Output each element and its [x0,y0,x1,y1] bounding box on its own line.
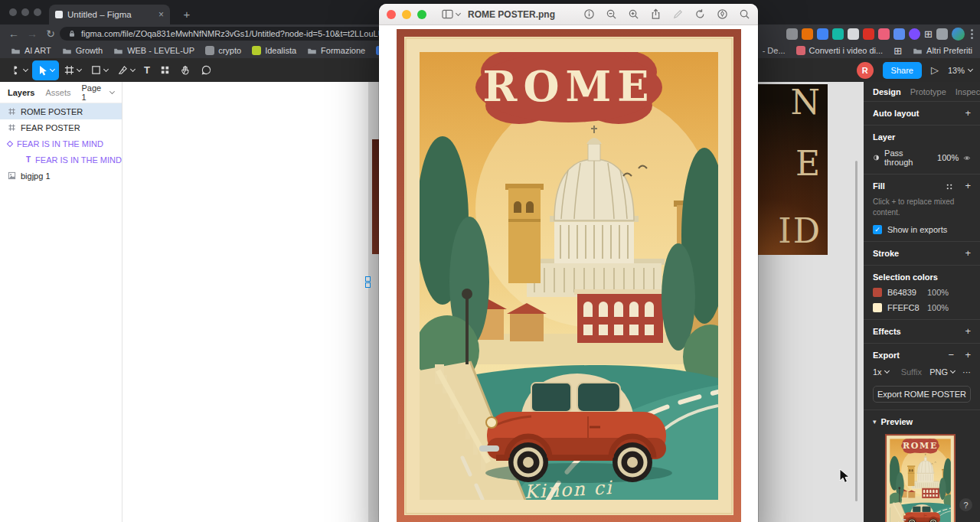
browser-tab[interactable]: Untitled – Figma × [49,5,170,24]
help-button[interactable]: ? [959,498,972,511]
bookmark-item[interactable]: crypto [205,46,241,55]
frame-icon [8,107,16,116]
present-icon[interactable]: ▷ [931,64,939,76]
window-minimize-icon[interactable] [21,8,29,16]
show-in-exports-checkbox[interactable]: ✓ [873,225,882,234]
resources-button[interactable] [155,60,175,80]
frame-tool-button[interactable] [59,60,86,80]
back-icon[interactable]: ← [6,26,21,41]
bookmark-item[interactable]: - De... [763,46,786,55]
rotate-icon[interactable] [694,8,706,20]
layer-row-text[interactable]: T FEAR IS IN THE MIND [0,152,122,168]
styles-icon[interactable] [945,182,954,191]
export-button[interactable]: Export ROME POSTER [873,386,971,403]
shape-tool-button[interactable] [86,60,113,80]
blend-mode-select[interactable]: Pass through [884,148,922,167]
add-fill-icon[interactable]: + [965,180,971,191]
browser-profile-avatar[interactable] [952,28,965,41]
color-swatch[interactable] [873,288,882,297]
bookmark-item[interactable]: Converti i video di... [796,46,884,55]
reload-icon[interactable]: ↻ [43,26,58,41]
export-scale-select[interactable]: 1x [873,367,882,377]
remove-export-icon[interactable]: − [948,349,954,361]
selection-color-row[interactable]: B64839 100% [873,288,971,297]
sidebar-toggle-icon[interactable] [442,9,460,19]
window-close-icon[interactable] [9,8,17,16]
info-icon[interactable] [583,8,595,20]
window-zoom-icon[interactable] [34,8,41,16]
canvas-white-frame[interactable] [122,82,368,522]
user-avatar[interactable]: R [857,62,874,79]
fullscreen-icon[interactable] [417,10,426,19]
layer-row-image[interactable]: bigjpg 1 [0,168,122,184]
tab-design[interactable]: Design [873,87,901,96]
tab-layers[interactable]: Layers [8,88,34,97]
selection-handle[interactable] [365,276,371,282]
selection-color-row[interactable]: FFEFC8 100% [873,303,971,312]
bookmark-item[interactable]: AI ART [11,46,51,56]
layer-row-fear-poster[interactable]: FEAR POSTER [0,119,122,135]
quicklook-window[interactable]: ROME POSTER.png [379,4,758,522]
extension-icon[interactable] [848,28,859,40]
selection-handle[interactable] [365,282,371,288]
text-tool-button[interactable]: T [139,60,155,80]
share-icon[interactable] [650,8,662,20]
markup-toolbox-icon[interactable] [717,8,728,20]
main-menu-button[interactable] [5,60,32,80]
bookmark-item[interactable]: Altri Preferiti [913,46,972,56]
components-grid-icon [159,64,171,76]
extension-icon[interactable] [832,28,844,40]
add-effect-icon[interactable]: + [965,325,971,337]
page-selector[interactable]: Page 1 [82,83,115,102]
export-format-select[interactable]: PNG [929,367,955,377]
extension-icon[interactable] [863,28,874,40]
comment-tool-button[interactable] [196,60,217,80]
pen-tool-button[interactable] [113,60,139,80]
hand-tool-button[interactable] [175,60,196,80]
tab-assets[interactable]: Assets [45,88,70,97]
minimize-icon[interactable] [402,10,411,19]
zoom-out-icon[interactable] [606,8,617,20]
bookmark-item[interactable]: WEB - LEVEL-UP [113,46,194,56]
quicklook-titlebar[interactable]: ROME POSTER.png [379,4,758,25]
browser-menu-icon[interactable] [969,29,975,39]
extension-icon[interactable] [936,28,948,40]
layer-opacity-input[interactable]: 100% [937,153,959,162]
export-more-icon[interactable]: ··· [962,367,971,377]
fill-hint: Click + to replace mixed content. [873,197,971,217]
split-view-icon[interactable]: ⊞ [924,28,933,40]
add-auto-layout-icon[interactable]: + [965,107,971,119]
add-stroke-icon[interactable]: + [965,247,971,259]
add-export-icon[interactable]: + [965,349,971,361]
forward-icon[interactable]: → [24,26,40,41]
bookmark-item[interactable]: Idealista [252,46,296,55]
extension-icon[interactable] [909,28,920,40]
share-button[interactable]: Share [883,62,922,79]
apps-grid-icon[interactable]: ⊞ [893,45,902,57]
zoom-menu[interactable]: 13% [948,66,972,75]
zoom-in-icon[interactable] [628,8,639,20]
extension-icon[interactable] [786,28,798,40]
close-icon[interactable] [387,10,396,19]
visibility-eye-icon[interactable] [963,153,971,163]
layer-row-component[interactable]: FEAR IS IN THE MIND [0,135,122,152]
extension-icon[interactable] [878,28,890,40]
extension-icon[interactable] [893,28,905,40]
tab-prototype[interactable]: Prototype [910,87,946,96]
tab-close-icon[interactable]: × [158,9,164,20]
canvas-scrollbar[interactable] [855,161,858,501]
color-swatch[interactable] [873,303,882,312]
move-tool-button[interactable] [32,60,59,80]
new-tab-button[interactable]: + [178,5,196,23]
tab-inspect[interactable]: Inspect [956,87,980,96]
folder-icon [11,46,21,56]
extension-icon[interactable] [802,28,813,40]
bookmark-item[interactable]: Formazione [307,46,365,56]
layer-row-rome-poster[interactable]: ROME POSTER [0,103,122,119]
bookmark-item[interactable]: Growth [62,46,103,56]
search-icon[interactable] [739,8,750,20]
collapse-caret-icon[interactable]: ▾ [873,418,877,426]
export-suffix-field[interactable]: Suffix [901,367,930,377]
export-label: Export [873,351,900,360]
extension-icon[interactable] [817,28,828,40]
